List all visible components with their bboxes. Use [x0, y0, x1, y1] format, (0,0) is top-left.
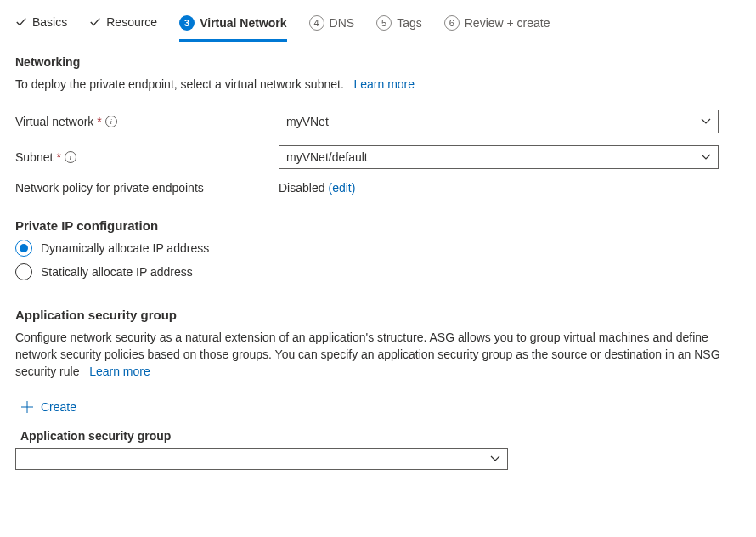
virtual-network-select[interactable]: myVNet: [279, 110, 719, 133]
networking-learn-more-link[interactable]: Learn more: [353, 77, 415, 91]
virtual-network-row: Virtual network * i myVNet: [15, 110, 741, 133]
chevron-down-icon: [701, 116, 711, 127]
virtual-network-label: Virtual network * i: [15, 115, 279, 128]
subnet-label: Subnet * i: [15, 150, 279, 164]
chevron-down-icon: [701, 152, 711, 162]
checkmark-icon: [89, 16, 101, 28]
required-asterisk: *: [56, 150, 60, 164]
info-icon[interactable]: i: [105, 116, 117, 127]
asg-heading: Application security group: [15, 308, 741, 322]
tab-dns[interactable]: 4 DNS: [309, 14, 355, 39]
asg-learn-more-link[interactable]: Learn more: [89, 365, 150, 378]
network-policy-label: Network policy for private endpoints: [15, 181, 279, 195]
radio-dynamic-ip[interactable]: Dynamically allocate IP address: [15, 240, 741, 257]
asg-select[interactable]: [15, 448, 508, 470]
tab-resource[interactable]: Resource: [89, 14, 157, 37]
chevron-down-icon: [490, 454, 500, 464]
asg-create-button[interactable]: Create: [20, 400, 76, 414]
networking-description: To deploy the private endpoint, select a…: [15, 76, 741, 93]
tab-label: DNS: [330, 16, 355, 30]
network-policy-value: Disabled: [279, 181, 324, 195]
tab-label: Basics: [32, 15, 67, 29]
tab-label: Virtual Network: [200, 16, 286, 30]
step-number-icon: 6: [444, 15, 460, 31]
tab-review-create[interactable]: 6 Review + create: [444, 14, 550, 39]
tab-tags[interactable]: 5 Tags: [376, 14, 422, 39]
networking-heading: Networking: [15, 55, 741, 69]
step-number-icon: 5: [376, 15, 392, 31]
asg-description: Configure network security as a natural …: [15, 329, 729, 380]
radio-label: Dynamically allocate IP address: [41, 241, 209, 255]
select-value: myVNet: [286, 115, 329, 128]
info-icon[interactable]: i: [65, 151, 76, 163]
required-asterisk: *: [97, 115, 101, 128]
tab-label: Review + create: [465, 16, 550, 30]
radio-label: Statically allocate IP address: [41, 265, 193, 279]
ip-allocation-radio-group: Dynamically allocate IP address Statical…: [15, 240, 741, 280]
subnet-row: Subnet * i myVNet/default: [15, 145, 741, 169]
radio-icon: [15, 263, 32, 280]
tab-virtual-network[interactable]: 3 Virtual Network: [179, 14, 286, 42]
tab-label: Tags: [397, 16, 422, 30]
step-number-icon: 4: [309, 15, 324, 31]
radio-icon: [15, 240, 32, 257]
select-value: myVNet/default: [286, 150, 368, 164]
asg-field-label: Application security group: [20, 429, 741, 443]
subnet-select[interactable]: myVNet/default: [279, 145, 719, 169]
step-number-icon: 3: [179, 15, 195, 31]
checkmark-icon: [15, 16, 27, 28]
ip-config-heading: Private IP configuration: [15, 218, 741, 233]
tab-basics[interactable]: Basics: [15, 14, 67, 37]
tab-label: Resource: [106, 15, 157, 29]
plus-icon: [20, 400, 34, 414]
radio-static-ip[interactable]: Statically allocate IP address: [15, 263, 741, 280]
network-policy-row: Network policy for private endpoints Dis…: [15, 181, 741, 195]
wizard-tabs: Basics Resource 3 Virtual Network 4 DNS …: [15, 14, 741, 40]
network-policy-edit-link[interactable]: (edit): [328, 181, 355, 195]
